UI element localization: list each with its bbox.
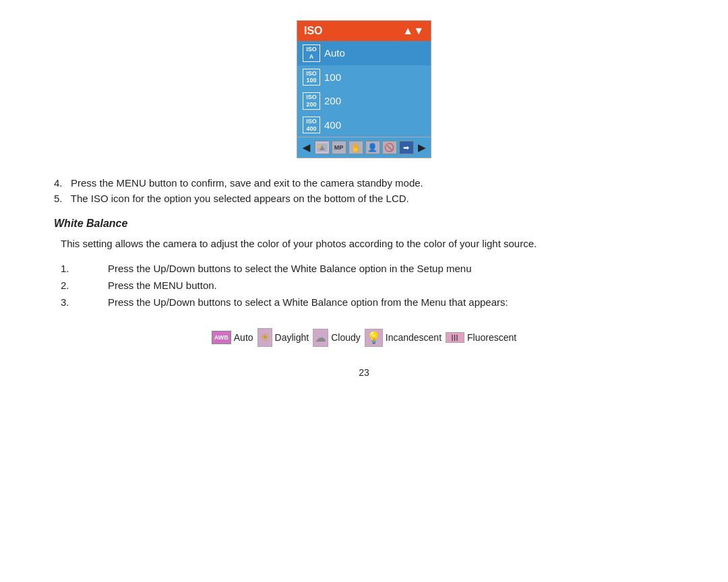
step-4: 4. Press the MENU button to confirm, sav… <box>54 177 674 189</box>
step-5-num: 5. <box>54 193 68 204</box>
iso-menu-diagram: ISO ▲▼ ISOA Auto ISO100 100 ISO200 200 <box>54 20 674 158</box>
wb-icon-incandescent: 💡 <box>365 329 383 347</box>
white-balance-heading: White Balance <box>54 218 674 230</box>
iso-value-auto: Auto <box>324 47 345 59</box>
iso-row-400: ISO400 400 <box>297 113 431 137</box>
step-5-text: The ISO icon for the option you selected… <box>71 193 409 204</box>
iso-row-auto: ISOA Auto <box>297 41 431 65</box>
white-balance-description: This setting allows the camera to adjust… <box>61 238 674 249</box>
toolbar-right-arrow: ▶ <box>418 142 425 153</box>
wb-label-fluorescent: Fluorescent <box>467 332 516 343</box>
wb-icon-auto: AWB <box>212 331 231 344</box>
iso-header: ISO ▲▼ <box>297 21 431 41</box>
iso-icon-400: ISO400 <box>303 117 320 134</box>
toolbar-icon-person: 👤 <box>365 141 380 154</box>
toolbar-icon-hand: ✋ <box>348 141 363 154</box>
wb-step-3: 3. Press the Up/Down buttons to select a… <box>54 296 674 308</box>
iso-value-400: 400 <box>324 119 341 131</box>
wb-option-auto: AWB Auto <box>212 331 253 344</box>
iso-toolbar: ◀ MP ✋ 👤 🚫 ➡ ▶ <box>297 137 431 158</box>
white-balance-options: AWB Auto ☀ Daylight ☁ Cloudy 💡 Incandesc… <box>54 328 674 347</box>
wb-label-daylight: Daylight <box>275 332 309 343</box>
iso-value-100: 100 <box>324 71 341 83</box>
iso-value-200: 200 <box>324 95 341 106</box>
iso-row-100: ISO100 100 <box>297 65 431 90</box>
wb-option-cloudy: ☁ Cloudy <box>313 329 361 347</box>
iso-row-200: ISO200 200 <box>297 89 431 113</box>
white-balance-steps: 1. Press the Up/Down buttons to select t… <box>54 263 674 308</box>
toolbar-icon-no: 🚫 <box>382 141 397 154</box>
iso-icon-100: ISO100 <box>303 69 320 86</box>
step-4-num: 4. <box>54 177 68 189</box>
wb-icon-sun: ☀ <box>257 328 272 347</box>
svg-point-2 <box>317 145 320 148</box>
iso-header-title: ISO <box>304 25 323 37</box>
iso-body: ISOA Auto ISO100 100 ISO200 200 ISO400 4… <box>297 41 431 137</box>
white-balance-section: White Balance This setting allows the ca… <box>54 218 674 347</box>
toolbar-icon-mp: MP <box>332 141 346 154</box>
step-5: 5. The ISO icon for the option you selec… <box>54 193 674 204</box>
wb-step-3-text: Press the Up/Down buttons to select a Wh… <box>108 296 674 308</box>
wb-step-2: 2. Press the MENU button. <box>54 280 674 291</box>
wb-label-auto: Auto <box>234 332 253 343</box>
iso-header-arrows: ▲▼ <box>402 25 424 37</box>
wb-label-incandescent: Incandescent <box>386 332 442 343</box>
iso-icon-200: ISO200 <box>303 92 320 110</box>
wb-step-3-num: 3. <box>54 296 108 308</box>
toolbar-left-arrow: ◀ <box>303 142 310 153</box>
wb-label-cloudy: Cloudy <box>331 332 361 343</box>
wb-step-2-text: Press the MENU button. <box>108 280 674 291</box>
wb-option-daylight: ☀ Daylight <box>257 328 309 347</box>
iso-icon-auto: ISOA <box>303 44 320 62</box>
iso-menu: ISO ▲▼ ISOA Auto ISO100 100 ISO200 200 <box>297 20 431 158</box>
wb-step-1-text: Press the Up/Down buttons to select the … <box>108 263 674 274</box>
wb-step-1: 1. Press the Up/Down buttons to select t… <box>54 263 674 274</box>
toolbar-icon-landscape <box>315 141 330 154</box>
wb-icon-cloud: ☁ <box>313 329 328 347</box>
pre-steps-list: 4. Press the MENU button to confirm, sav… <box>54 177 674 204</box>
step-4-text: Press the MENU button to confirm, save a… <box>71 177 423 189</box>
wb-icon-fluorescent: ||| <box>446 332 464 343</box>
toolbar-icons: MP ✋ 👤 🚫 ➡ <box>315 141 414 154</box>
wb-step-2-num: 2. <box>54 280 108 291</box>
toolbar-icon-blue: ➡ <box>399 141 414 154</box>
wb-option-incandescent: 💡 Incandescent <box>365 329 442 347</box>
wb-step-1-num: 1. <box>54 263 108 274</box>
page-number: 23 <box>54 367 674 378</box>
wb-option-fluorescent: ||| Fluorescent <box>446 332 516 343</box>
